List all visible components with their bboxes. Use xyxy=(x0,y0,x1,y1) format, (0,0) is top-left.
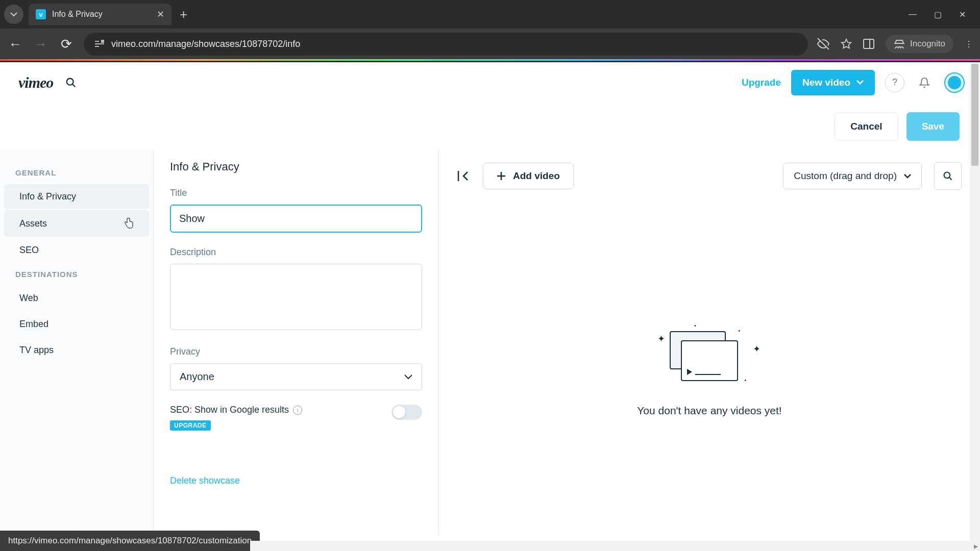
sidebar-item-assets[interactable]: Assets xyxy=(4,210,149,237)
empty-state-text: You don't have any videos yet! xyxy=(637,405,781,417)
tab-list-dropdown[interactable] xyxy=(4,5,23,24)
chevron-down-icon xyxy=(904,174,911,179)
sidebar-heading-destinations: DESTINATIONS xyxy=(0,264,153,285)
privacy-select[interactable]: Anyone xyxy=(170,363,422,390)
sidebar: GENERAL Info & Privacy Assets SEO DESTIN… xyxy=(0,150,153,537)
collapse-sidebar-icon[interactable] xyxy=(457,170,471,182)
avatar-face-icon xyxy=(948,76,961,89)
search-icon[interactable] xyxy=(65,77,77,88)
url-text: vimeo.com/manage/showcases/10878702/info xyxy=(111,39,300,49)
svg-rect-3 xyxy=(101,40,104,43)
back-button[interactable]: ← xyxy=(7,36,23,52)
side-panel-icon[interactable] xyxy=(863,39,874,49)
upgrade-badge[interactable]: UPGRADE xyxy=(170,420,211,431)
sidebar-item-tv-apps[interactable]: TV apps xyxy=(4,338,149,363)
new-video-button[interactable]: New video xyxy=(791,70,875,95)
user-avatar[interactable] xyxy=(944,72,965,93)
sidebar-item-label: Info & Privacy xyxy=(19,191,76,202)
sidebar-item-seo[interactable]: SEO xyxy=(4,238,149,263)
panel-title: Info & Privacy xyxy=(170,160,422,173)
forward-button[interactable]: → xyxy=(33,36,49,52)
svg-rect-0 xyxy=(95,41,99,42)
eye-off-icon[interactable] xyxy=(817,38,829,50)
chevron-down-icon xyxy=(404,374,412,380)
svg-rect-6 xyxy=(864,39,874,48)
svg-rect-1 xyxy=(95,43,104,44)
close-tab-icon[interactable]: ✕ xyxy=(157,9,164,20)
app-header: vimeo Upgrade New video ? xyxy=(0,62,980,103)
status-bar: https://vimeo.com/manage/showcases/10878… xyxy=(0,531,260,551)
sidebar-item-embed[interactable]: Embed xyxy=(4,312,149,337)
site-info-icon[interactable] xyxy=(95,40,104,48)
close-window-icon[interactable]: ✕ xyxy=(959,10,966,19)
sidebar-heading-general: GENERAL xyxy=(0,162,153,183)
empty-state: ✦ ✦ • • • You don't have any videos yet! xyxy=(457,210,962,524)
sidebar-item-label: Embed xyxy=(19,319,48,330)
cancel-button[interactable]: Cancel xyxy=(835,112,898,141)
vimeo-favicon: v xyxy=(36,9,46,19)
chevron-down-icon xyxy=(856,80,864,85)
sort-select[interactable]: Custom (drag and drop) xyxy=(783,163,922,189)
description-textarea[interactable] xyxy=(170,264,422,330)
sidebar-item-label: Assets xyxy=(19,218,47,229)
seo-label: SEO: Show in Google results xyxy=(170,405,289,415)
svg-marker-5 xyxy=(842,39,851,48)
video-panel: Add video Custom (drag and drop) ✦ ✦ • •… xyxy=(439,150,980,537)
minimize-icon[interactable]: ― xyxy=(909,10,917,19)
privacy-label: Privacy xyxy=(170,346,422,357)
hand-cursor-icon xyxy=(124,217,134,230)
action-bar: Cancel Save xyxy=(0,103,980,150)
delete-showcase-link[interactable]: Delete showcase xyxy=(170,475,240,486)
description-label: Description xyxy=(170,247,422,258)
save-button[interactable]: Save xyxy=(906,112,960,141)
rainbow-accent-bar xyxy=(0,59,980,61)
plus-icon xyxy=(497,171,506,181)
sidebar-item-label: Web xyxy=(19,293,38,304)
maximize-icon[interactable]: ▢ xyxy=(934,10,942,19)
svg-rect-2 xyxy=(95,46,99,47)
vimeo-logo[interactable]: vimeo xyxy=(18,74,53,91)
address-bar[interactable]: vimeo.com/manage/showcases/10878702/info xyxy=(84,33,808,56)
incognito-badge[interactable]: Incognito xyxy=(886,35,953,53)
svg-point-13 xyxy=(944,172,950,179)
upgrade-link[interactable]: Upgrade xyxy=(742,77,781,88)
sidebar-item-label: TV apps xyxy=(19,345,54,356)
reload-button[interactable]: ⟳ xyxy=(58,36,75,52)
browser-menu-icon[interactable]: ⋮ xyxy=(965,39,973,49)
bookmark-star-icon[interactable] xyxy=(841,38,852,49)
chevron-down-icon xyxy=(10,12,17,17)
title-label: Title xyxy=(170,188,422,198)
help-button[interactable]: ? xyxy=(885,73,904,92)
search-videos-button[interactable] xyxy=(934,162,962,190)
privacy-value: Anyone xyxy=(180,371,214,383)
sidebar-item-web[interactable]: Web xyxy=(4,286,149,311)
horizontal-scrollbar[interactable]: ▸ xyxy=(250,541,980,551)
tab-title: Info & Privacy xyxy=(52,10,103,19)
new-video-label: New video xyxy=(802,77,850,88)
new-tab-button[interactable]: + xyxy=(172,5,195,24)
form-panel: Info & Privacy Title Description Privacy… xyxy=(153,150,439,537)
sidebar-item-info-privacy[interactable]: Info & Privacy xyxy=(4,184,149,209)
incognito-label: Incognito xyxy=(910,39,945,49)
browser-tab[interactable]: v Info & Privacy ✕ xyxy=(29,4,172,25)
page-scrollbar[interactable] xyxy=(970,62,980,551)
add-video-button[interactable]: Add video xyxy=(483,163,574,189)
sidebar-item-label: SEO xyxy=(19,245,39,256)
notifications-button[interactable] xyxy=(915,73,934,92)
svg-line-14 xyxy=(949,178,952,180)
empty-illustration-icon: ✦ ✦ • • • xyxy=(658,318,761,389)
svg-point-8 xyxy=(67,78,74,85)
incognito-icon xyxy=(894,39,905,48)
svg-line-9 xyxy=(72,84,76,87)
add-video-label: Add video xyxy=(513,170,560,182)
info-icon[interactable]: i xyxy=(293,406,302,415)
seo-toggle[interactable] xyxy=(391,405,422,420)
sort-value: Custom (drag and drop) xyxy=(794,170,897,182)
search-icon xyxy=(943,171,953,181)
title-input[interactable] xyxy=(170,205,422,233)
